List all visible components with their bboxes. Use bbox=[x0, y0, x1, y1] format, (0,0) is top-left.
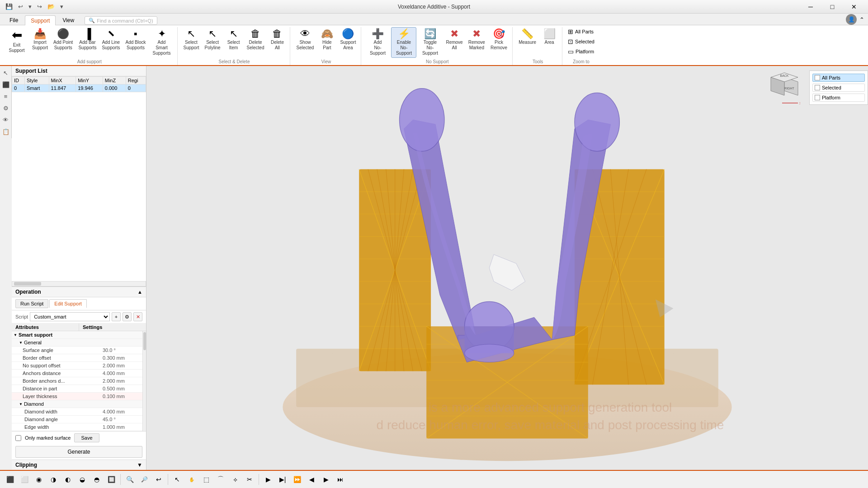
save-btn[interactable]: Save bbox=[74, 433, 99, 442]
col-miny[interactable]: MinY bbox=[76, 77, 103, 84]
zoom-in-btn[interactable]: 🔍 bbox=[123, 473, 136, 486]
add-line-btn[interactable]: ━ Add LineSupports bbox=[99, 27, 122, 52]
more-btn[interactable]: ▾ bbox=[58, 2, 65, 11]
diamond-subgroup[interactable]: ▼ Diamond bbox=[12, 400, 146, 408]
prev-frame-btn[interactable]: ◀ bbox=[305, 473, 318, 486]
left-icon-cube[interactable]: ⬛ bbox=[1, 80, 11, 89]
undo-btn[interactable]: ↩ bbox=[16, 2, 25, 11]
tab-support[interactable]: Support bbox=[25, 15, 56, 25]
undo-arrow[interactable]: ▾ bbox=[27, 2, 33, 11]
add-no-support-btn[interactable]: ➕ AddNo-Support bbox=[365, 27, 390, 58]
play-step-btn[interactable]: ▶| bbox=[276, 473, 289, 486]
smart-support-header[interactable]: ▼ Smart support bbox=[12, 331, 146, 339]
attr-value-border-offset[interactable]: 0.300 mm bbox=[101, 354, 146, 361]
delete-selected-btn[interactable]: 🗑 DeleteSelected bbox=[245, 27, 267, 52]
ribbon-collapse-btn[interactable]: ⌃ bbox=[859, 16, 864, 23]
select-support-btn[interactable]: ↖ SelectSupport bbox=[181, 27, 202, 52]
minimize-btn[interactable]: ─ bbox=[800, 0, 821, 14]
area-btn[interactable]: ⬜ Area bbox=[539, 27, 559, 47]
attr-value-surface-angle[interactable]: 30.0 ° bbox=[101, 347, 146, 354]
left-icon-stack[interactable]: 📋 bbox=[1, 127, 11, 136]
attr-value-edge-width[interactable]: 1.000 mm bbox=[101, 423, 146, 431]
view-surface-btn[interactable]: ◉ bbox=[33, 473, 45, 486]
remove-marked-btn[interactable]: ✖ RemoveMarked bbox=[466, 27, 487, 52]
remove-all-btn[interactable]: ✖ RemoveAll bbox=[443, 27, 465, 52]
view-cube[interactable]: RIGHT BACK X bbox=[764, 70, 800, 107]
tab-view[interactable]: View bbox=[57, 15, 80, 25]
only-marked-checkbox[interactable] bbox=[15, 435, 21, 441]
open-btn[interactable]: 📂 bbox=[46, 2, 57, 11]
select-tool-btn[interactable]: ↖ bbox=[171, 473, 184, 486]
close-btn[interactable]: ✕ bbox=[844, 0, 864, 14]
redo-btn[interactable]: ↪ bbox=[35, 2, 44, 11]
attr-value-anchors-dist[interactable]: 4.000 mm bbox=[101, 370, 146, 377]
next-frame-btn[interactable]: ▶ bbox=[320, 473, 332, 486]
add-script-btn[interactable]: + bbox=[112, 312, 121, 321]
view-box-btn[interactable]: 🔲 bbox=[105, 473, 118, 486]
settings-script-btn[interactable]: ⚙ bbox=[123, 312, 132, 321]
delete-all-btn[interactable]: 🗑 DeleteAll bbox=[267, 27, 287, 52]
view-left-btn[interactable]: ◐ bbox=[61, 473, 74, 486]
left-icon-eye[interactable]: 👁 bbox=[1, 115, 11, 125]
table-row[interactable]: 0 Smart 11.847 19.946 0.000 0 bbox=[12, 84, 146, 92]
lasso-btn[interactable]: ⌒ bbox=[214, 473, 227, 486]
col-style[interactable]: Style bbox=[24, 77, 49, 84]
col-minz[interactable]: MinZ bbox=[103, 77, 126, 84]
vert-scrollbar[interactable] bbox=[142, 331, 146, 431]
cut-btn[interactable]: ✂ bbox=[243, 473, 256, 486]
attr-value-border-anchors[interactable]: 2.000 mm bbox=[101, 377, 146, 385]
add-block-btn[interactable]: ▪ Add BlockSupports bbox=[123, 27, 148, 52]
all-parts-panel-item[interactable]: All Parts bbox=[812, 74, 865, 82]
col-regi[interactable]: Regi bbox=[126, 77, 146, 84]
col-minx[interactable]: MinX bbox=[49, 77, 76, 84]
toggle-no-support-btn[interactable]: 🔄 ToggleNo-Support bbox=[417, 27, 443, 58]
end-btn[interactable]: ⏭ bbox=[334, 473, 347, 486]
left-icon-settings[interactable]: ⚙ bbox=[1, 103, 11, 113]
view-solid-btn[interactable]: ⬛ bbox=[4, 473, 16, 486]
left-icon-layers[interactable]: ≡ bbox=[1, 91, 11, 101]
viewport[interactable]: is a more advanced support generation to… bbox=[146, 66, 868, 470]
platform-zoom-btn[interactable]: ▭ Platform bbox=[566, 47, 596, 56]
maximize-btn[interactable]: □ bbox=[822, 0, 843, 14]
scrollbar-thumb[interactable] bbox=[14, 282, 41, 286]
play-btn[interactable]: ▶ bbox=[262, 473, 274, 486]
view-bottom-btn[interactable]: ◓ bbox=[90, 473, 103, 486]
attr-value-layer-thickness[interactable]: 0.100 mm bbox=[101, 393, 146, 400]
all-parts-btn[interactable]: ⊞ All Parts bbox=[566, 27, 596, 36]
select-polyline-btn[interactable]: ↖ SelectPolyline bbox=[203, 27, 223, 52]
horizontal-scrollbar[interactable] bbox=[12, 281, 146, 286]
add-point-btn[interactable]: ⚫ Add PointSupports bbox=[51, 27, 75, 52]
script-dropdown[interactable]: Custom_smart bbox=[30, 312, 110, 321]
exit-support-btn[interactable]: ⬅ ExitSupport bbox=[5, 27, 29, 55]
col-id[interactable]: ID bbox=[12, 77, 25, 84]
add-bar-btn[interactable]: ▐ Add BarSupports bbox=[76, 27, 99, 52]
ribbon-search[interactable]: 🔍 Find a command (Ctrl+Q) bbox=[85, 16, 157, 25]
select-box-btn[interactable]: ⬚ bbox=[200, 473, 212, 486]
pick-remove-btn[interactable]: 🎯 PickRemove bbox=[488, 27, 509, 52]
show-selected-btn[interactable]: 👁 ShowSelected bbox=[294, 27, 316, 52]
tab-file[interactable]: File bbox=[4, 15, 24, 25]
zoom-out-btn[interactable]: 🔎 bbox=[138, 473, 151, 486]
clipping-row[interactable]: Clipping ▼ bbox=[12, 460, 146, 470]
attr-value-diamond-width[interactable]: 4.000 mm bbox=[101, 408, 146, 415]
view-half-btn[interactable]: ◑ bbox=[47, 473, 60, 486]
attr-value-diamond-angle[interactable]: 45.0 ° bbox=[101, 416, 146, 423]
view-wireframe-btn[interactable]: ⬜ bbox=[18, 473, 31, 486]
vert-scroll-thumb[interactable] bbox=[143, 332, 146, 350]
select-item-btn[interactable]: ↖ SelectItem bbox=[224, 27, 244, 52]
attr-value-no-support-offset[interactable]: 2.000 mm bbox=[101, 362, 146, 369]
rotate-btn[interactable]: ↩ bbox=[152, 473, 165, 486]
support-area-btn[interactable]: 🔵 SupportArea bbox=[338, 27, 358, 52]
operation-header[interactable]: Operation ▲ bbox=[12, 287, 146, 297]
general-subgroup[interactable]: ▼ General bbox=[12, 339, 146, 347]
edit-support-tab[interactable]: Edit Support bbox=[49, 299, 87, 308]
save-quick-btn[interactable]: 💾 bbox=[4, 2, 14, 11]
measure-btn[interactable]: 📏 Measure bbox=[516, 27, 538, 47]
remove-script-btn[interactable]: ✕ bbox=[133, 312, 142, 321]
user-avatar[interactable]: 👤 bbox=[846, 14, 857, 25]
hide-part-btn[interactable]: 🙈 HidePart bbox=[317, 27, 337, 52]
attr-scroll[interactable]: ▼ Smart support ▼ General Surface angle … bbox=[12, 331, 146, 431]
enable-no-support-btn[interactable]: ⚡ EnableNo-Support bbox=[391, 27, 416, 58]
magic-btn[interactable]: ⟡ bbox=[229, 473, 241, 486]
selected-zoom-btn[interactable]: ⊡ Selected bbox=[566, 37, 596, 46]
